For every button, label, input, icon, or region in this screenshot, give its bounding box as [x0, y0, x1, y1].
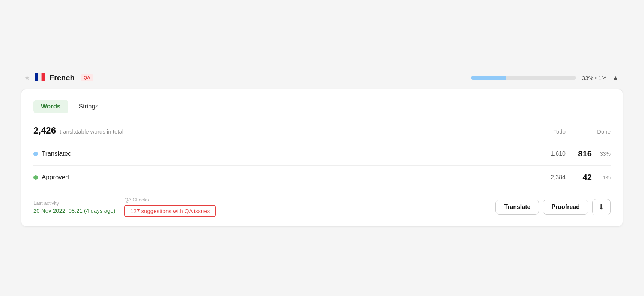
column-headers: Todo Done	[543, 128, 611, 135]
tabs-row: Words Strings	[33, 100, 611, 113]
tab-strings[interactable]: Strings	[71, 100, 106, 113]
approved-row: Approved 2,384 42 1%	[33, 166, 611, 189]
progress-bar	[471, 76, 576, 80]
progress-section: 33% • 1% ▲	[471, 74, 618, 81]
col-header-done: Done	[588, 128, 611, 135]
progress-fill	[471, 76, 506, 80]
translated-todo: 1,610	[536, 150, 566, 157]
total-label: translatable words in total	[60, 128, 123, 135]
language-header-row: ★ French QA 33% • 1% ▲	[18, 69, 626, 86]
qa-checks-label: QA Checks	[124, 197, 216, 203]
download-button[interactable]: ⬇	[592, 199, 611, 215]
svg-rect-2	[42, 73, 45, 81]
approved-label: Approved	[42, 174, 532, 181]
approved-pct: 1%	[596, 174, 611, 180]
star-icon[interactable]: ★	[24, 74, 30, 82]
tab-words[interactable]: Words	[33, 100, 68, 113]
translated-row: Translated 1,610 816 33%	[33, 142, 611, 166]
proofread-button[interactable]: Proofread	[543, 200, 588, 215]
last-activity-label: Last activity	[33, 200, 115, 206]
qa-badge[interactable]: QA	[81, 74, 93, 81]
flag-french	[35, 73, 45, 82]
translated-pct: 33%	[596, 151, 611, 157]
translated-done: 816	[569, 149, 592, 159]
approved-done: 42	[569, 173, 592, 182]
qa-section: QA Checks 127 suggestions with QA issues	[124, 197, 216, 217]
translate-button[interactable]: Translate	[495, 200, 539, 215]
stats-card: Words Strings 2,426 translatable words i…	[21, 89, 623, 227]
progress-text: 33% • 1%	[582, 75, 606, 81]
svg-rect-0	[35, 73, 38, 81]
footer-row: Last activity 20 Nov 2022, 08:21 (4 days…	[33, 189, 611, 217]
collapse-icon[interactable]: ▲	[612, 74, 618, 81]
total-count: 2,426	[33, 125, 56, 136]
translated-dot	[33, 152, 38, 156]
total-row: 2,426 translatable words in total Todo D…	[33, 121, 611, 142]
last-activity-section: Last activity 20 Nov 2022, 08:21 (4 days…	[33, 200, 115, 214]
qa-issues-button[interactable]: 127 suggestions with QA issues	[124, 205, 216, 217]
language-name: French	[50, 74, 75, 82]
approved-todo: 2,384	[536, 174, 566, 181]
last-activity-value: 20 Nov 2022, 08:21 (4 days ago)	[33, 207, 115, 214]
col-header-todo: Todo	[543, 128, 566, 135]
action-buttons: Translate Proofread ⬇	[495, 199, 611, 215]
approved-dot	[33, 175, 38, 180]
language-panel: ★ French QA 33% • 1% ▲ Words Strings	[18, 62, 626, 234]
svg-rect-1	[38, 73, 41, 81]
translated-label: Translated	[42, 150, 532, 158]
